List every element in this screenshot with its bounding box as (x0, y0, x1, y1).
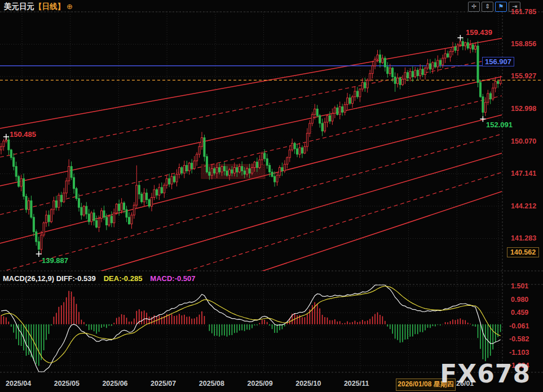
macd-tick: -0.582 (509, 335, 529, 343)
macd-tick: 0.980 (511, 296, 528, 304)
macd-header: MACD(26,12,9) DIFF:-0.539DEA:-0.285MACD:… (3, 274, 196, 283)
month-label: 2025/09 (248, 380, 273, 387)
price-tick: 144.212 (511, 202, 536, 210)
add-indicator-icon[interactable]: ⊕ (67, 2, 73, 11)
month-label: 2025/11 (344, 380, 369, 387)
pan-tool-icon[interactable]: ✛ (468, 2, 480, 12)
symbol-name: 美元日元 (4, 2, 34, 11)
month-label: 2025/08 (199, 380, 224, 387)
price-tick: 147.141 (511, 170, 536, 177)
macd-tick: 0.459 (511, 309, 528, 317)
macd-diff-value: MACD(26,12,9) DIFF:-0.539 (3, 274, 96, 283)
chart-canvas[interactable] (0, 0, 543, 392)
month-label: 2025/06 (102, 380, 127, 387)
swing-high-label: 159.439 (466, 28, 492, 37)
instrument-title: 美元日元【日线】⊕ (4, 2, 73, 12)
macd-tick: 1.501 (511, 282, 528, 290)
macd-macd-value: MACD:-0.507 (150, 274, 195, 283)
macd-dea-value: DEA:-0.285 (104, 274, 143, 283)
macd-tick: -0.061 (509, 322, 529, 330)
month-label: 2025/05 (54, 380, 80, 387)
price-tick: 141.283 (511, 234, 536, 242)
macd-tick: -1.103 (509, 349, 529, 357)
price-tick: 155.927 (511, 72, 536, 80)
swing-low-label: 152.091 (486, 121, 513, 129)
month-label: 2025/10 (295, 380, 321, 387)
price-tick: 152.998 (511, 105, 536, 113)
macd-histogram (1, 291, 501, 366)
chart-window: 美元日元【日线】⊕ ✛ ⇕ ⚑ ⇥ 161.785 158.856 155.92… (0, 0, 543, 392)
crosshair-price-box: 140.562 (507, 247, 539, 257)
candlestick-series (1, 37, 502, 255)
month-label: 2025/04 (6, 380, 31, 387)
axis-scale-icon[interactable]: ⇕ (482, 2, 493, 12)
latest-view-icon[interactable]: ⚑ (495, 2, 507, 12)
watermark-logo: FX678 (440, 359, 531, 388)
price-tick: 150.070 (511, 137, 536, 145)
period-label: 【日线】 (34, 2, 65, 11)
price-tick: 158.856 (511, 40, 536, 48)
month-label: 2025/07 (151, 380, 176, 387)
alert-level-label[interactable]: 156.907 (482, 57, 514, 66)
swing-cross-markers (3, 35, 486, 257)
swing-low-label: 139.887 (42, 256, 68, 265)
price-tick: 161.785 (511, 8, 536, 16)
swing-high-label: 150.485 (10, 130, 36, 139)
